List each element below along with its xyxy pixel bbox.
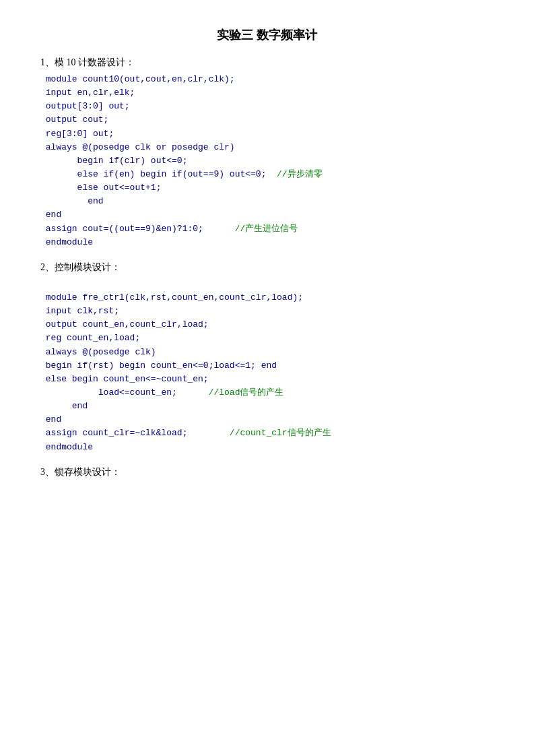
code-line: module count10(out,cout,en,clr,clk);: [40, 74, 235, 84]
code-line: assign cout=((out==9)&en)?1:0; //产生进位信号: [40, 224, 298, 234]
code-line: else if(en) begin if(out==9) out<=0; //异…: [40, 169, 323, 179]
section-1: 1、模 10 计数器设计： module count10(out,cout,en…: [40, 57, 494, 249]
code-line: end: [40, 210, 61, 220]
section-2-label: 2、控制模块设计：: [40, 261, 494, 274]
code-line: end: [40, 401, 88, 411]
comment: //异步清零: [277, 169, 323, 179]
code-line: module fre_ctrl(clk,rst,count_en,count_c…: [40, 292, 303, 303]
comment: //load信号的产生: [209, 387, 284, 398]
code-line: input clk,rst;: [40, 306, 119, 316]
code-line: end: [40, 414, 61, 424]
code-line: reg[3:0] out;: [40, 129, 114, 139]
code-line: load<=count_en; //load信号的产生: [40, 387, 283, 398]
section-1-code: module count10(out,cout,en,clr,clk); inp…: [40, 73, 494, 249]
section-3-label: 3、锁存模块设计：: [40, 466, 494, 478]
section-1-label: 1、模 10 计数器设计：: [40, 57, 494, 69]
code-line: output[3:0] out;: [40, 101, 130, 111]
code-line: input en,clr,elk;: [40, 88, 135, 98]
code-line: output count_en,count_clr,load;: [40, 319, 209, 329]
code-line: else begin count_en<=~count_en;: [40, 374, 209, 384]
code-line: begin if(rst) begin count_en<=0;load<=1;…: [40, 360, 277, 371]
section-2: 2、控制模块设计： module fre_ctrl(clk,rst,count_…: [40, 261, 494, 454]
code-line: endmodule: [40, 442, 93, 452]
page-title: 实验三 数字频率计: [40, 27, 494, 43]
code-line: begin if(clr) out<=0;: [40, 156, 187, 166]
code-line: output cout;: [40, 115, 108, 125]
comment: //count_clr信号的产生: [230, 428, 331, 438]
code-line: end: [40, 196, 104, 206]
code-line: assign count_clr=~clk&load; //count_clr信…: [40, 428, 331, 438]
code-line: endmodule: [40, 237, 93, 247]
code-line: else out<=out+1;: [40, 183, 161, 193]
section-2-code: module fre_ctrl(clk,rst,count_en,count_c…: [40, 278, 494, 454]
comment: //产生进位信号: [235, 224, 298, 234]
code-line: always @(posedge clk or posedge clr): [40, 142, 235, 152]
section-3: 3、锁存模块设计：: [40, 466, 494, 478]
code-line: reg count_en,load;: [40, 333, 140, 343]
code-line: always @(posedge clk): [40, 347, 156, 357]
